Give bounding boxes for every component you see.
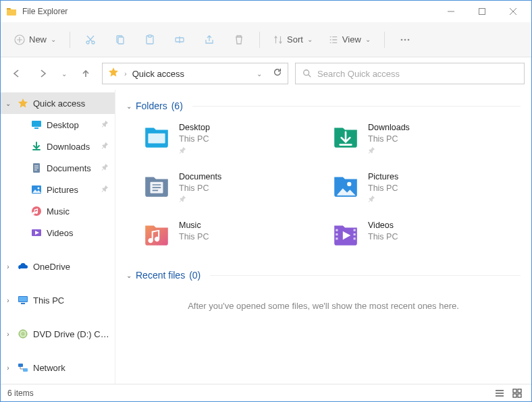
folder-item-music[interactable]: MusicThis PC bbox=[142, 220, 331, 248]
folder-name: Documents bbox=[179, 171, 221, 183]
expand-toggle[interactable]: › bbox=[3, 263, 13, 270]
scissors-icon bbox=[85, 34, 96, 45]
svg-rect-34 bbox=[354, 233, 356, 235]
folder-info: DocumentsThis PC bbox=[179, 171, 221, 207]
svg-rect-36 bbox=[513, 389, 516, 393]
navigation-pane: ⌄ Quick access DesktopDownloadsDocuments… bbox=[1, 90, 115, 384]
pin-icon bbox=[101, 185, 111, 194]
expand-toggle[interactable]: › bbox=[3, 331, 13, 338]
sidebar-item-network[interactable]: › Network bbox=[1, 357, 115, 378]
folder-info: VideosThis PC bbox=[368, 220, 398, 243]
svg-rect-14 bbox=[34, 127, 38, 129]
svg-point-2 bbox=[86, 41, 89, 44]
videos-folder-icon bbox=[331, 220, 360, 248]
svg-rect-22 bbox=[21, 303, 25, 304]
group-header-folders[interactable]: ⌄ Folders (6) bbox=[126, 100, 521, 111]
copy-button[interactable] bbox=[107, 28, 134, 52]
group-header-recent[interactable]: ⌄ Recent files (0) bbox=[126, 270, 521, 281]
folder-item-videos[interactable]: VideosThis PC bbox=[331, 220, 521, 248]
svg-rect-39 bbox=[518, 394, 521, 397]
videos-icon bbox=[30, 227, 43, 239]
star-icon bbox=[17, 97, 29, 109]
minimize-button[interactable] bbox=[435, 1, 467, 22]
app-icon bbox=[6, 6, 17, 17]
sidebar-item-videos[interactable]: Videos bbox=[1, 222, 115, 243]
pin-icon bbox=[368, 146, 410, 158]
titlebar: File Explorer bbox=[1, 1, 531, 22]
address-bar[interactable]: › Quick access ⌄ bbox=[102, 63, 288, 84]
new-button[interactable]: New ⌄ bbox=[7, 28, 63, 52]
group-count: (6) bbox=[171, 100, 183, 111]
cut-button[interactable] bbox=[77, 28, 104, 52]
divider bbox=[192, 106, 521, 107]
svg-point-24 bbox=[22, 333, 24, 335]
delete-button[interactable] bbox=[225, 28, 252, 52]
share-button[interactable] bbox=[196, 28, 223, 52]
address-dropdown-button[interactable]: ⌄ bbox=[257, 70, 262, 78]
recent-locations-button[interactable]: ⌄ bbox=[59, 64, 70, 83]
folder-location: This PC bbox=[179, 231, 209, 243]
folder-location: This PC bbox=[368, 183, 398, 194]
thumbnails-view-button[interactable] bbox=[510, 387, 525, 399]
sidebar-item-music[interactable]: Music bbox=[1, 200, 115, 222]
folder-item-desktop[interactable]: DesktopThis PC bbox=[142, 122, 331, 158]
svg-rect-27 bbox=[148, 134, 165, 144]
forward-button[interactable] bbox=[33, 64, 52, 83]
folder-location: This PC bbox=[368, 231, 398, 243]
desktop-icon bbox=[30, 119, 43, 131]
search-input[interactable] bbox=[317, 69, 517, 79]
downloads-folder-icon bbox=[331, 122, 360, 150]
folder-info: DownloadsThis PC bbox=[368, 122, 410, 158]
back-button[interactable] bbox=[7, 64, 26, 83]
sidebar-item-desktop[interactable]: Desktop bbox=[1, 114, 115, 136]
svg-point-10 bbox=[404, 38, 406, 40]
svg-rect-33 bbox=[354, 229, 356, 231]
sort-label: Sort bbox=[287, 34, 303, 45]
sidebar-item-dvd[interactable]: › DVD Drive (D:) CCSA bbox=[1, 323, 115, 345]
folder-name: Pictures bbox=[368, 171, 398, 183]
sidebar-item-pictures[interactable]: Pictures bbox=[1, 179, 115, 200]
sidebar-item-downloads[interactable]: Downloads bbox=[1, 136, 115, 157]
rename-button[interactable] bbox=[166, 28, 193, 52]
collapse-toggle[interactable]: ⌄ bbox=[126, 272, 132, 279]
breadcrumb[interactable]: Quick access bbox=[132, 69, 184, 79]
sidebar-item-documents[interactable]: Documents bbox=[1, 157, 115, 179]
sidebar-item-label: DVD Drive (D:) CCSA bbox=[33, 329, 111, 339]
svg-rect-31 bbox=[336, 233, 338, 235]
sort-button[interactable]: Sort ⌄ bbox=[267, 28, 319, 52]
sidebar-item-label: Desktop bbox=[47, 120, 97, 130]
expand-toggle[interactable]: ⌄ bbox=[3, 100, 13, 107]
up-button[interactable] bbox=[76, 64, 95, 83]
folder-item-documents[interactable]: DocumentsThis PC bbox=[142, 171, 331, 207]
sidebar-item-label: Music bbox=[47, 206, 111, 217]
pin-icon bbox=[101, 120, 111, 130]
expand-toggle[interactable]: › bbox=[3, 364, 13, 372]
more-button[interactable] bbox=[392, 28, 419, 52]
svg-rect-7 bbox=[149, 35, 152, 37]
pin-icon bbox=[179, 195, 221, 206]
folder-item-pictures[interactable]: PicturesThis PC bbox=[331, 171, 521, 207]
expand-toggle[interactable]: › bbox=[3, 297, 13, 304]
search-box[interactable] bbox=[295, 63, 525, 84]
maximize-button[interactable] bbox=[467, 1, 498, 22]
refresh-button[interactable] bbox=[273, 67, 282, 80]
sidebar-item-onedrive[interactable]: › OneDrive bbox=[1, 256, 115, 277]
folder-name: Desktop bbox=[179, 122, 210, 134]
sidebar-item-quick-access[interactable]: ⌄ Quick access bbox=[1, 92, 115, 114]
documents-icon bbox=[30, 162, 43, 174]
group-count: (0) bbox=[189, 270, 201, 281]
close-button[interactable] bbox=[498, 1, 529, 22]
content-pane: ⌄ Folders (6) DesktopThis PCDownloadsThi… bbox=[115, 90, 531, 384]
folder-item-downloads[interactable]: DownloadsThis PC bbox=[331, 122, 521, 158]
sidebar-item-this-pc[interactable]: › This PC bbox=[1, 289, 115, 311]
view-button[interactable]: View ⌄ bbox=[322, 28, 377, 52]
pin-icon bbox=[179, 146, 210, 158]
details-view-button[interactable] bbox=[492, 387, 507, 399]
cloud-icon bbox=[17, 260, 29, 272]
sidebar-item-label: Quick access bbox=[33, 98, 111, 109]
music-folder-icon bbox=[142, 220, 171, 248]
desktop-folder-icon bbox=[142, 122, 171, 150]
collapse-toggle[interactable]: ⌄ bbox=[126, 103, 132, 110]
paste-button[interactable] bbox=[136, 28, 163, 52]
group-name: Folders bbox=[136, 100, 167, 111]
